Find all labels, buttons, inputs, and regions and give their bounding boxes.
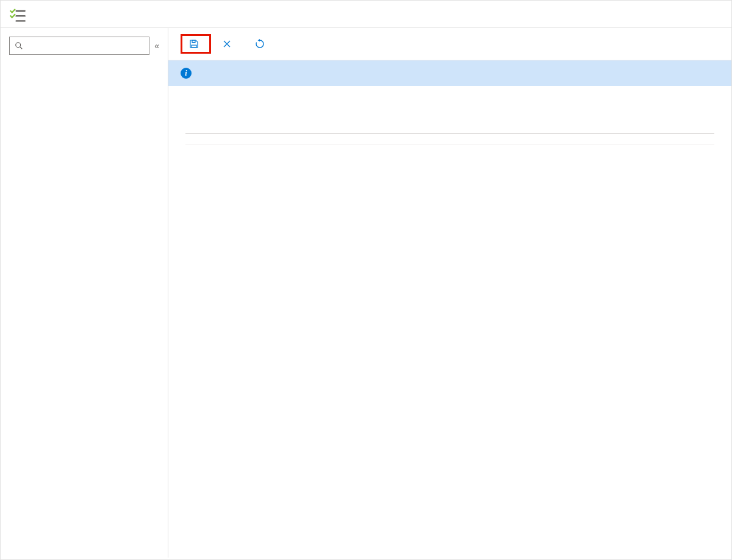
toolbar: [168, 28, 731, 60]
discard-icon: [221, 38, 232, 49]
sidebar: «: [1, 28, 168, 558]
refresh-button[interactable]: [246, 34, 277, 54]
refresh-icon: [254, 38, 265, 49]
checklist-icon: [9, 7, 26, 24]
policies-group-header: [185, 133, 714, 145]
save-button[interactable]: [181, 34, 211, 54]
search-icon: [15, 41, 23, 50]
main-content: i: [168, 28, 731, 558]
discard-button[interactable]: [214, 34, 244, 54]
info-banner: i: [168, 60, 731, 86]
policies-table: [185, 133, 714, 145]
search-input[interactable]: [27, 41, 144, 51]
info-icon: i: [181, 68, 192, 79]
svg-rect-5: [192, 45, 196, 48]
save-icon: [188, 38, 199, 49]
search-input-wrapper[interactable]: [9, 37, 149, 55]
svg-line-4: [20, 47, 23, 49]
svg-rect-6: [192, 40, 195, 43]
page-header: [1, 1, 731, 28]
collapse-sidebar-button[interactable]: «: [154, 41, 159, 51]
svg-point-3: [16, 43, 21, 48]
